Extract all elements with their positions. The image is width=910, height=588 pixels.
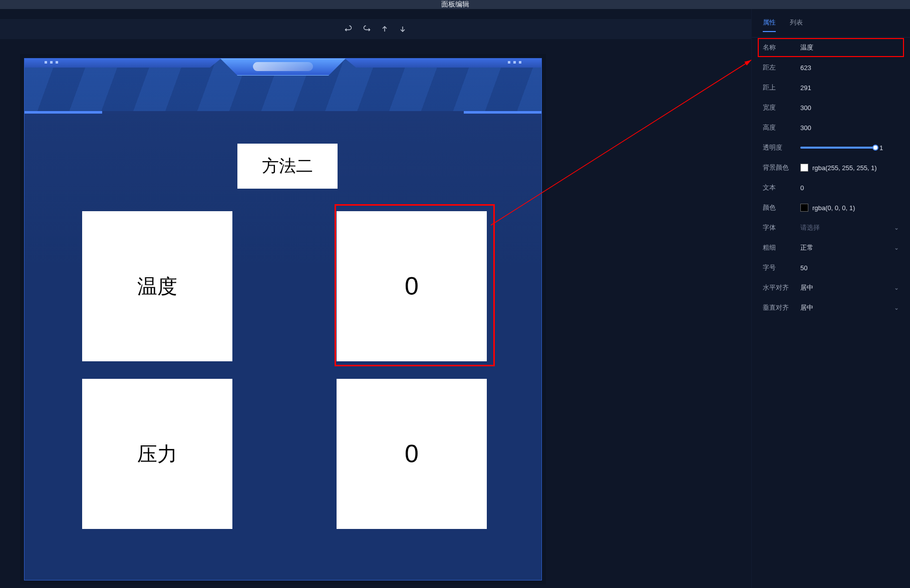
prop-weight-label: 粗细 — [763, 243, 795, 252]
block-temp-value[interactable]: 0 — [337, 211, 487, 361]
prop-size-input[interactable] — [800, 264, 899, 272]
color-value: rgba(0, 0, 0, 1) — [812, 204, 855, 212]
prop-height-input[interactable] — [800, 124, 899, 132]
block-title[interactable]: 方法二 — [237, 144, 338, 189]
prop-top-label: 距上 — [763, 83, 795, 92]
prop-text-input[interactable] — [800, 184, 899, 192]
prop-font[interactable]: 字体 请选择⌄ — [752, 218, 910, 238]
chevron-down-icon: ⌄ — [894, 284, 899, 291]
prop-name-input[interactable] — [800, 44, 899, 52]
canvas-frame: 方法二 温度 0 压力 0 — [20, 54, 546, 584]
prop-size-label: 字号 — [763, 263, 795, 272]
prop-name: 名称 — [752, 38, 910, 58]
prop-font-placeholder: 请选择 — [800, 223, 820, 232]
prop-opacity-label: 透明度 — [763, 143, 795, 152]
canvas-toolbar — [0, 19, 751, 39]
prop-weight-value: 正常 — [800, 243, 813, 252]
prop-font-label: 字体 — [763, 223, 795, 232]
prop-bgcolor: 背景颜色 rgba(255, 255, 255, 1) — [752, 158, 910, 178]
prop-halign-value: 居中 — [800, 283, 813, 292]
title-bar: 面板编辑 — [0, 0, 910, 9]
chevron-down-icon: ⌄ — [894, 244, 899, 251]
color-swatch[interactable] — [800, 204, 808, 212]
prop-top: 距上 — [752, 78, 910, 98]
bgcolor-value: rgba(255, 255, 255, 1) — [812, 164, 877, 172]
panel-tabs: 属性 列表 — [752, 18, 910, 38]
redo-icon[interactable] — [363, 25, 371, 33]
prop-width: 宽度 — [752, 98, 910, 118]
decorative-banner — [25, 59, 541, 111]
prop-size: 字号 — [752, 258, 910, 278]
opacity-value: 1 — [879, 144, 883, 152]
prop-text: 文本 — [752, 178, 910, 198]
prop-color: 颜色 rgba(0, 0, 0, 1) — [752, 198, 910, 218]
chevron-down-icon: ⌄ — [894, 304, 899, 311]
block-press-value[interactable]: 0 — [337, 379, 487, 529]
bgcolor-swatch[interactable] — [800, 164, 808, 172]
arrow-up-icon[interactable] — [381, 25, 389, 33]
tab-list[interactable]: 列表 — [790, 18, 803, 32]
prop-height: 高度 — [752, 118, 910, 138]
chevron-down-icon: ⌄ — [894, 224, 899, 231]
prop-left: 距左 — [752, 58, 910, 78]
opacity-slider[interactable] — [800, 147, 875, 149]
prop-valign-label: 垂直对齐 — [763, 303, 795, 312]
prop-top-input[interactable] — [800, 84, 899, 92]
prop-valign-value: 居中 — [800, 303, 813, 312]
prop-halign-label: 水平对齐 — [763, 283, 795, 292]
prop-left-label: 距左 — [763, 63, 795, 72]
tab-properties[interactable]: 属性 — [763, 18, 776, 32]
prop-opacity: 透明度 1 — [752, 138, 910, 158]
block-press-label[interactable]: 压力 — [82, 379, 232, 529]
prop-weight[interactable]: 粗细 正常⌄ — [752, 238, 910, 258]
prop-color-label: 颜色 — [763, 203, 795, 212]
block-temp-label[interactable]: 温度 — [82, 211, 232, 361]
prop-name-label: 名称 — [763, 43, 795, 52]
title-text: 面板编辑 — [441, 0, 469, 9]
undo-icon[interactable] — [345, 25, 353, 33]
ruler-vertical — [20, 54, 22, 584]
prop-width-input[interactable] — [800, 104, 899, 112]
prop-halign[interactable]: 水平对齐 居中⌄ — [752, 278, 910, 298]
prop-height-label: 高度 — [763, 123, 795, 132]
prop-valign[interactable]: 垂直对齐 居中⌄ — [752, 298, 910, 318]
ruler-horizontal — [20, 54, 546, 56]
arrow-down-icon[interactable] — [399, 25, 407, 33]
prop-width-label: 宽度 — [763, 103, 795, 112]
editor-area: 方法二 温度 0 压力 0 — [0, 9, 751, 588]
prop-bgcolor-label: 背景颜色 — [763, 163, 795, 172]
canvas[interactable]: 方法二 温度 0 压力 0 — [24, 58, 542, 580]
properties-panel: 属性 列表 名称 距左 距上 宽度 高度 — [751, 9, 910, 588]
prop-left-input[interactable] — [800, 64, 899, 72]
prop-text-label: 文本 — [763, 183, 795, 192]
